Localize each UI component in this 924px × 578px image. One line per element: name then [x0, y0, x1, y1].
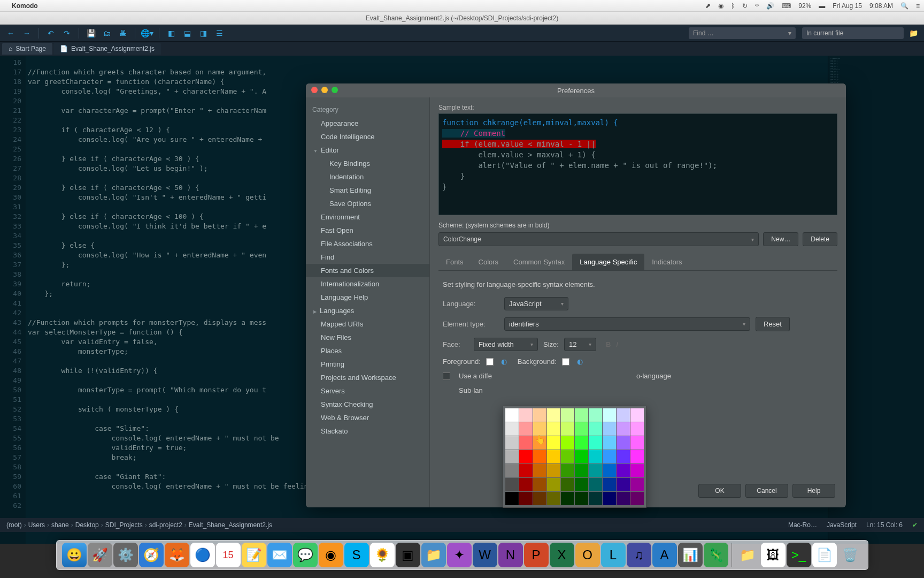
color-swatch[interactable]	[561, 478, 574, 491]
color-swatch[interactable]	[617, 436, 630, 450]
breadcrumb-item[interactable]: shane	[51, 521, 69, 529]
category-language-help[interactable]: Language Help	[306, 291, 429, 304]
italic-toggle[interactable]: I	[616, 340, 618, 348]
category-new-files[interactable]: New Files	[306, 331, 429, 344]
dock-outlook-icon[interactable]: O	[575, 543, 600, 567]
breadcrumb-item[interactable]: (root)	[6, 521, 22, 529]
save-all-button[interactable]: 🗂	[101, 27, 113, 40]
color-swatch[interactable]	[505, 450, 519, 463]
color-swatch[interactable]	[533, 450, 546, 463]
category-code-intelligence[interactable]: Code Intelligence	[306, 130, 429, 143]
dock-finder2-icon[interactable]: 📁	[421, 543, 446, 567]
dock-messages-icon[interactable]: 💬	[293, 543, 318, 567]
record-icon[interactable]: ◉	[718, 2, 723, 10]
color-swatch[interactable]	[603, 422, 616, 436]
dock-appstore-icon[interactable]: A	[652, 543, 677, 567]
color-swatch[interactable]	[519, 464, 533, 477]
print-button[interactable]: 🖶	[117, 27, 129, 40]
pref-tab-common-syntax[interactable]: Common Syntax	[506, 254, 572, 270]
panel-left-button[interactable]: ◧	[165, 27, 178, 40]
timemachine-icon[interactable]: ↻	[742, 2, 748, 10]
cancel-button[interactable]: Cancel	[745, 484, 788, 498]
forward-button[interactable]: →	[20, 27, 33, 40]
color-swatch[interactable]	[589, 450, 602, 463]
color-swatch[interactable]	[617, 492, 630, 505]
color-swatch[interactable]	[630, 422, 644, 436]
category-projects-and-workspace[interactable]: Projects and Workspace	[306, 371, 429, 384]
color-swatch[interactable]	[533, 464, 546, 477]
color-swatch[interactable]	[630, 492, 644, 505]
category-save-options[interactable]: Save Options	[306, 197, 429, 210]
foreground-reset-icon[interactable]: ◐	[501, 358, 507, 366]
color-swatch[interactable]	[561, 436, 574, 450]
bold-toggle[interactable]: B	[606, 340, 611, 348]
dock-powerpoint-icon[interactable]: P	[524, 543, 549, 567]
dock-terminal2-icon[interactable]: >_	[787, 543, 811, 567]
color-swatch[interactable]	[575, 478, 588, 491]
color-swatch[interactable]	[589, 408, 602, 422]
color-swatch[interactable]	[533, 478, 546, 491]
syntax-ok-icon[interactable]: ✔	[912, 521, 918, 529]
color-swatch[interactable]	[505, 464, 519, 477]
back-button[interactable]: ←	[4, 27, 17, 40]
dock-calendar-icon[interactable]: 15	[216, 543, 241, 567]
color-swatch[interactable]	[519, 478, 533, 491]
color-swatch[interactable]	[519, 436, 533, 450]
dock-mail-icon[interactable]: ✉️	[267, 543, 292, 567]
color-swatch[interactable]	[505, 436, 519, 450]
dock-trash-icon[interactable]: 🗑️	[838, 543, 863, 567]
language-dropdown[interactable]: JavaScript	[504, 297, 568, 310]
panel-right-button[interactable]: ◨	[197, 27, 210, 40]
category-smart-editing[interactable]: Smart Editing	[306, 184, 429, 197]
category-printing[interactable]: Printing	[306, 358, 429, 371]
dock-folder-icon[interactable]: 📁	[735, 543, 760, 567]
category-fast-open[interactable]: Fast Open	[306, 224, 429, 237]
color-swatch[interactable]	[603, 464, 616, 477]
find-input[interactable]: Find …▾	[689, 27, 796, 39]
help-button[interactable]: Help	[792, 484, 835, 498]
category-syntax-checking[interactable]: Syntax Checking	[306, 398, 429, 411]
color-swatch[interactable]	[533, 408, 546, 422]
category-servers[interactable]: Servers	[306, 384, 429, 398]
wifi-icon[interactable]: ⌔	[755, 2, 759, 10]
color-swatch[interactable]	[561, 450, 574, 463]
color-swatch[interactable]	[617, 408, 630, 422]
color-swatch[interactable]	[630, 478, 644, 491]
color-swatch[interactable]	[589, 492, 602, 505]
color-swatch[interactable]	[547, 408, 560, 422]
dock-settings-icon[interactable]: ⚙️	[113, 543, 138, 567]
dock-document-icon[interactable]: 📄	[812, 543, 837, 567]
dock-fullsail-icon[interactable]: ◉	[319, 543, 343, 567]
color-swatch[interactable]	[575, 492, 588, 505]
tab-start-page[interactable]: ⌂ Start Page	[2, 43, 52, 55]
color-swatch[interactable]	[547, 422, 560, 436]
dropbox-icon[interactable]: ⬈	[705, 2, 711, 10]
menubar-app-name[interactable]: Komodo	[12, 2, 38, 10]
color-swatch[interactable]	[617, 422, 630, 436]
category-indentation[interactable]: Indentation	[306, 170, 429, 184]
dock-photos-icon[interactable]: 🌻	[370, 543, 395, 567]
foreground-color-chip[interactable]	[486, 358, 494, 366]
color-swatch[interactable]	[505, 492, 519, 505]
color-swatch[interactable]	[589, 436, 602, 450]
color-swatch[interactable]	[561, 492, 574, 505]
close-window-button[interactable]	[311, 87, 318, 93]
color-swatch[interactable]	[547, 464, 560, 477]
dock-excel-icon[interactable]: X	[550, 543, 574, 567]
category-mapped-uris[interactable]: Mapped URIs	[306, 317, 429, 331]
color-swatch[interactable]	[630, 450, 644, 463]
color-swatch[interactable]	[519, 450, 533, 463]
battery-icon[interactable]: ▬	[819, 2, 825, 10]
color-swatch[interactable]	[589, 422, 602, 436]
breadcrumb-item[interactable]: Evalt_Shane_Assignment2.js	[189, 521, 272, 529]
dock-finder-icon[interactable]: 😀	[62, 543, 87, 567]
cursor-position[interactable]: Ln: 15 Col: 6	[866, 521, 903, 529]
color-swatch[interactable]	[589, 478, 602, 491]
language-indicator[interactable]: JavaScript	[827, 521, 857, 529]
category-environment[interactable]: Environment	[306, 210, 429, 224]
menubar-date[interactable]: Fri Aug 15	[833, 2, 862, 10]
color-swatch[interactable]	[603, 492, 616, 505]
dock-firefox-icon[interactable]: 🦊	[165, 543, 189, 567]
delete-scheme-button[interactable]: Delete	[803, 232, 837, 246]
color-swatch[interactable]	[575, 408, 588, 422]
